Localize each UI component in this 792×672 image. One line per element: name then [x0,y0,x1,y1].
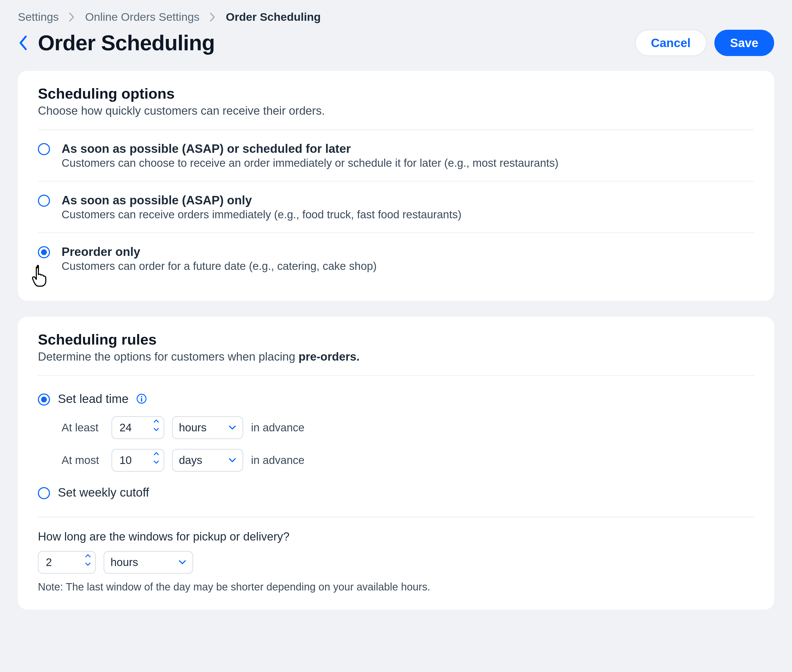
stepper-icon[interactable] [85,554,91,570]
scheduling-options-card: Scheduling options Choose how quickly cu… [18,71,774,301]
scheduling-options-subtitle: Choose how quickly customers can receive… [38,104,754,117]
option-preorder-only[interactable]: Preorder only Customers can order for a … [38,232,754,284]
chevron-down-icon [228,458,236,463]
at-least-unit-text: hours [179,421,207,434]
scheduling-rules-card: Scheduling rules Determine the options f… [18,317,774,610]
radio-asap-or-scheduled[interactable] [38,143,50,155]
at-least-row: At least 24 hours in adva [62,416,754,439]
save-button[interactable]: Save [714,30,774,56]
window-unit-text: hours [111,556,138,569]
breadcrumb-online-orders[interactable]: Online Orders Settings [85,11,199,23]
window-value-text: 2 [46,556,52,569]
at-least-value-text: 24 [119,421,132,434]
radio-asap-only[interactable] [38,195,50,207]
option-desc: Customers can order for a future date (e… [62,260,377,272]
window-value[interactable]: 2 [38,551,96,574]
option-asap-or-scheduled[interactable]: As soon as possible (ASAP) or scheduled … [38,130,754,181]
radio-preorder-only[interactable] [38,246,50,258]
at-most-suffix: in advance [251,454,305,467]
radio-lead-time[interactable] [38,394,50,406]
chevron-down-icon [228,425,236,430]
breadcrumb-current: Order Scheduling [226,11,321,23]
subtitle-prefix: Determine the options for customers when… [38,350,299,363]
scheduling-rules-title: Scheduling rules [38,331,754,348]
at-most-unit-text: days [179,454,202,467]
breadcrumb-settings[interactable]: Settings [18,11,59,23]
at-most-label: At most [62,454,104,467]
rule-weekly-cutoff[interactable]: Set weekly cutoff [38,482,754,502]
radio-weekly-cutoff[interactable] [38,487,50,499]
page-title: Order Scheduling [38,30,215,55]
at-least-label: At least [62,421,104,434]
at-most-unit-select[interactable]: days [172,449,243,472]
at-least-value[interactable]: 24 [112,416,164,439]
window-note: Note: The last window of the day may be … [38,581,754,593]
info-icon[interactable] [136,394,147,404]
at-most-value[interactable]: 10 [112,449,164,472]
svg-point-1 [141,396,142,397]
window-unit-select[interactable]: hours [104,551,193,574]
option-asap-only[interactable]: As soon as possible (ASAP) only Customer… [38,181,754,232]
window-question: How long are the windows for pickup or d… [38,530,754,543]
at-most-row: At most 10 days in advanc [62,449,754,472]
lead-time-label: Set lead time [58,392,128,406]
option-title: As soon as possible (ASAP) only [62,193,462,207]
cancel-button[interactable]: Cancel [635,30,707,56]
chevron-right-icon [69,12,75,22]
option-desc: Customers can choose to receive an order… [62,157,558,170]
divider [38,517,754,517]
stepper-icon[interactable] [153,419,159,435]
back-icon[interactable] [18,34,29,51]
page-header: Order Scheduling Cancel Save [18,30,774,56]
svg-rect-2 [141,398,142,402]
scheduling-rules-subtitle: Determine the options for customers when… [38,350,754,363]
stepper-icon[interactable] [153,452,159,467]
subtitle-strong: pre-orders. [299,350,360,363]
weekly-cutoff-label: Set weekly cutoff [58,485,149,499]
rule-lead-time[interactable]: Set lead time [38,389,754,409]
at-least-unit-select[interactable]: hours [172,416,243,439]
option-title: As soon as possible (ASAP) or scheduled … [62,141,558,156]
at-least-suffix: in advance [251,421,305,434]
at-most-value-text: 10 [119,454,132,467]
option-title: Preorder only [62,245,377,259]
chevron-down-icon [178,560,186,565]
option-desc: Customers can receive orders immediately… [62,208,462,221]
chevron-right-icon [210,12,216,22]
scheduling-options-title: Scheduling options [38,85,754,102]
breadcrumb: Settings Online Orders Settings Order Sc… [18,11,774,23]
